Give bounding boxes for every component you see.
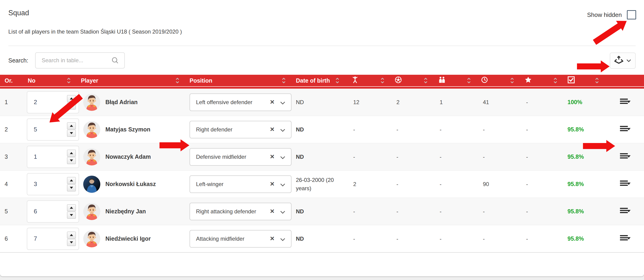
triangle-up-icon: [70, 125, 73, 127]
attendance-percentage: 100%: [566, 99, 607, 106]
table-row: 25Matyjas SzymonRight defender×ND-----95…: [0, 116, 644, 143]
sort-chevrons-icon[interactable]: [424, 77, 428, 84]
clear-icon[interactable]: ×: [270, 234, 274, 243]
row-player-cell: Matyjas Szymon: [81, 121, 190, 138]
sort-chevrons-icon[interactable]: [176, 77, 180, 84]
player-number-value: 3: [27, 180, 37, 188]
row-menu-button[interactable]: [620, 126, 630, 133]
menu-bar: [620, 153, 628, 154]
search-input[interactable]: Search in table...: [35, 52, 125, 69]
stepper-up-button[interactable]: [67, 177, 76, 184]
menu-bar: [620, 101, 628, 102]
position-select[interactable]: Attacking midfielder×: [190, 230, 292, 248]
player-number-value: 1: [27, 153, 37, 160]
number-stepper: [67, 204, 76, 219]
export-button[interactable]: [610, 53, 636, 69]
sort-chevrons-icon[interactable]: [595, 77, 599, 84]
stepper-up-button[interactable]: [67, 232, 76, 238]
col-rating-header[interactable]: [522, 76, 566, 85]
chevron-down-icon[interactable]: [280, 155, 286, 161]
row-player-cell: Norkowski Łukasz: [81, 176, 190, 193]
menu-caret-icon: [627, 101, 630, 103]
row-no-cell: 6: [25, 200, 81, 223]
number-stepper: [67, 150, 76, 164]
clear-icon[interactable]: ×: [270, 98, 274, 106]
position-select[interactable]: Defensive midfielder×: [190, 148, 292, 166]
sort-chevrons-icon[interactable]: [282, 77, 286, 84]
row-menu-button[interactable]: [620, 208, 630, 215]
sort-chevrons-icon[interactable]: [510, 77, 514, 84]
menu-caret-icon: [627, 210, 630, 212]
table-row: 67Niedźwiecki IgorAttacking midfielder×N…: [0, 225, 644, 253]
date-of-birth: ND: [296, 235, 350, 243]
row-position-cell: Attacking midfielder×: [190, 230, 296, 248]
chevron-down-icon[interactable]: [280, 100, 286, 106]
sort-chevrons-icon[interactable]: [67, 77, 71, 84]
position-select[interactable]: Left offensive defender×: [190, 94, 292, 111]
row-position-cell: Right attacking defender×: [190, 203, 296, 220]
date-of-birth: ND: [296, 125, 350, 134]
stepper-down-button[interactable]: [67, 157, 76, 164]
player-cartoon-avatar: [83, 148, 100, 165]
menu-bar: [620, 212, 628, 213]
row-actions-cell: [607, 99, 640, 106]
col-substitutions-header[interactable]: [436, 76, 479, 85]
show-hidden-checkbox[interactable]: [627, 10, 636, 20]
col-no-header[interactable]: No: [25, 77, 81, 84]
row-menu-button[interactable]: [620, 180, 630, 188]
substitutions-players-icon: [438, 76, 446, 85]
col-matches-header[interactable]: [350, 76, 393, 85]
stat-value: -: [393, 154, 436, 160]
chevron-down-icon[interactable]: [280, 209, 286, 216]
clear-icon[interactable]: ×: [270, 152, 274, 161]
stat-value: -: [522, 99, 566, 106]
col-attendance-header[interactable]: [566, 76, 607, 85]
col-dob-header[interactable]: Date of birth: [296, 77, 350, 84]
col-goals-header[interactable]: [393, 76, 436, 85]
row-actions-cell: [607, 208, 640, 215]
stepper-down-button[interactable]: [67, 212, 76, 219]
stepper-down-button[interactable]: [67, 130, 76, 137]
chevron-down-icon[interactable]: [280, 127, 286, 134]
player-cartoon-avatar: [83, 121, 100, 138]
menu-bar: [620, 208, 628, 209]
chevron-down-icon[interactable]: [280, 236, 286, 243]
sort-chevrons-icon[interactable]: [336, 77, 339, 84]
col-minutes-header[interactable]: [479, 76, 522, 85]
menu-caret-icon: [627, 237, 630, 239]
table-footer-space: [0, 253, 644, 260]
row-menu-button[interactable]: [620, 153, 630, 161]
player-number-input[interactable]: 7: [27, 228, 79, 250]
triangle-down-icon: [70, 187, 73, 189]
row-position-cell: Left offensive defender×: [190, 94, 296, 111]
position-select[interactable]: Right defender×: [190, 121, 292, 138]
player-number-input[interactable]: 3: [27, 173, 79, 195]
sort-chevrons-icon[interactable]: [380, 77, 384, 84]
menu-bar: [620, 180, 628, 182]
stepper-up-button[interactable]: [67, 122, 76, 129]
number-stepper: [67, 232, 76, 246]
row-player-cell: Nowaczyk Adam: [81, 148, 190, 165]
triangle-up-icon: [70, 152, 73, 154]
sort-chevrons-icon[interactable]: [554, 77, 557, 84]
stepper-up-button[interactable]: [67, 150, 76, 157]
clear-icon[interactable]: ×: [270, 180, 274, 188]
row-menu-button[interactable]: [620, 235, 630, 242]
player-number-input[interactable]: 1: [27, 146, 79, 168]
player-number-input[interactable]: 6: [27, 200, 79, 223]
sort-chevrons-icon[interactable]: [467, 77, 471, 84]
stepper-down-button[interactable]: [67, 239, 76, 246]
chevron-down-icon[interactable]: [280, 182, 286, 188]
col-player-header[interactable]: Player: [81, 77, 190, 84]
position-select[interactable]: Right attacking defender×: [190, 203, 292, 220]
col-position-header[interactable]: Position: [190, 77, 296, 84]
stepper-up-button[interactable]: [67, 204, 76, 211]
chevron-down-icon: [626, 57, 631, 64]
clear-icon[interactable]: ×: [270, 207, 274, 215]
position-select-value: Right defender: [190, 126, 232, 133]
player-name: Norkowski Łukasz: [106, 181, 156, 187]
row-menu-button[interactable]: [620, 99, 630, 106]
stepper-down-button[interactable]: [67, 184, 76, 191]
clear-icon[interactable]: ×: [270, 125, 274, 134]
position-select[interactable]: Left-winger×: [190, 175, 292, 193]
